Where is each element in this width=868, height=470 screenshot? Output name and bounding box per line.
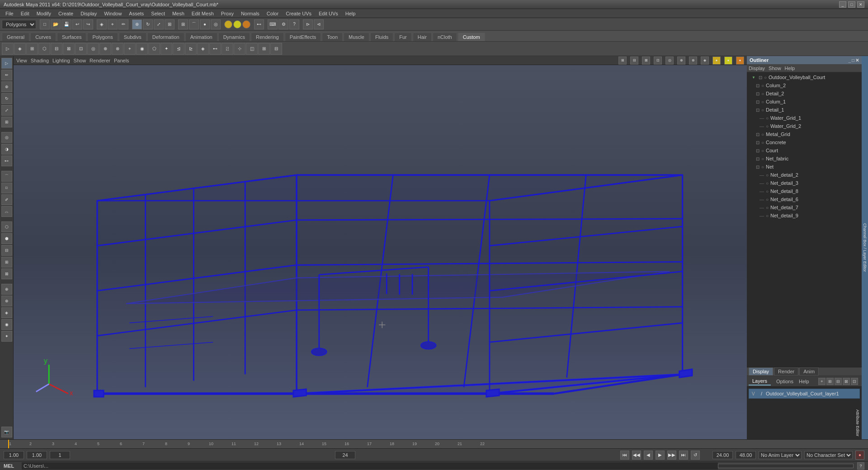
- vp-icon-light3[interactable]: ●: [736, 56, 744, 65]
- shelf-tab-curves[interactable]: Curves: [30, 33, 56, 41]
- menu-edit[interactable]: Edit: [17, 10, 33, 17]
- le-icon-3[interactable]: ⊟: [835, 378, 842, 385]
- rotate-button[interactable]: ↻: [1, 93, 12, 104]
- show-manipulator[interactable]: ⊷: [254, 19, 264, 29]
- shelf-tab-rendering[interactable]: Rendering: [251, 33, 284, 41]
- shelf-tab-custom[interactable]: Custom: [458, 33, 485, 41]
- new-scene-button[interactable]: □: [40, 19, 50, 29]
- shelf-icon-2[interactable]: ◈: [14, 43, 26, 55]
- outliner-item-metalgrid[interactable]: ⊡ ○ Metal_Grid: [747, 130, 862, 138]
- vp-icon-5[interactable]: ◎: [665, 56, 674, 65]
- shelf-icon-18[interactable]: ⊷: [209, 43, 221, 55]
- menu-display[interactable]: Display: [77, 10, 100, 17]
- camera-button[interactable]: 📷: [1, 427, 12, 437]
- step-back-button[interactable]: ◀◀: [632, 451, 641, 460]
- shelf-tab-toon[interactable]: Toon: [322, 33, 343, 41]
- vp-icon-3[interactable]: ⊠: [642, 56, 650, 65]
- outliner-item-watergrid2[interactable]: — ○ Water_Grid_2: [747, 122, 862, 130]
- timeline-ruler[interactable]: 1 2 3 4 5 6 7 8 9 10 11 12 13 14 15 16 1…: [0, 440, 868, 448]
- minimize-button[interactable]: _: [839, 1, 846, 8]
- le-menu-help[interactable]: Help: [799, 379, 809, 384]
- playback-end-display[interactable]: 24.00: [712, 451, 733, 459]
- snap-point[interactable]: ●: [200, 19, 210, 29]
- artisan-button[interactable]: ◈: [1, 307, 12, 318]
- shelf-icon-12[interactable]: ◉: [136, 43, 148, 55]
- playback-current-input[interactable]: 1.00: [27, 451, 47, 459]
- universal-manip-button[interactable]: ⊞: [1, 117, 12, 127]
- vp-icon-light[interactable]: ●: [712, 56, 721, 65]
- shelf-tab-fur[interactable]: Fur: [394, 33, 412, 41]
- vp-menu-lighting[interactable]: Lighting: [52, 58, 70, 63]
- move-tool[interactable]: ⊕: [132, 19, 142, 29]
- shelf-icon-8[interactable]: ◎: [87, 43, 99, 55]
- outliner-item-watergrid1[interactable]: — ○ Water_Grid_1: [747, 114, 862, 122]
- playback-start-input[interactable]: 1.00: [4, 451, 24, 459]
- extrude-button[interactable]: ⊞: [1, 257, 12, 268]
- menu-select[interactable]: Select: [147, 10, 169, 17]
- cluster-button[interactable]: ✦: [1, 331, 12, 342]
- outliner-item-netdetail3[interactable]: — ○ Net_detail_3: [747, 179, 862, 187]
- outliner-item-netdetail2[interactable]: — ○ Net_detail_2: [747, 171, 862, 179]
- shelf-tab-painteffects[interactable]: PaintEffects: [285, 33, 321, 41]
- vp-menu-panels[interactable]: Panels: [114, 58, 129, 63]
- shelf-icon-11[interactable]: ⌖: [124, 43, 136, 55]
- shelf-tab-ncloth[interactable]: nCloth: [433, 33, 457, 41]
- outliner-item-detail2[interactable]: ⊡ ○ Detail_2: [747, 89, 862, 98]
- menu-mesh[interactable]: Mesh: [169, 10, 188, 17]
- outliner-menu-help[interactable]: Help: [785, 66, 795, 71]
- vp-menu-view[interactable]: View: [16, 58, 27, 63]
- play-forward-button[interactable]: ▶: [656, 451, 665, 460]
- select-tool[interactable]: ◈: [97, 19, 107, 29]
- char-set-dropdown[interactable]: No Character Set: [804, 451, 853, 459]
- paint-blend-button[interactable]: ⊗: [1, 296, 12, 306]
- go-to-start-button[interactable]: ⏮: [620, 451, 629, 460]
- bridge-button[interactable]: ⊠: [1, 268, 12, 279]
- menu-proxy[interactable]: Proxy: [217, 10, 237, 17]
- paint-tool[interactable]: ✏: [118, 19, 128, 29]
- extra-tools[interactable]: ⊳: [303, 19, 313, 29]
- shelf-tab-fluids[interactable]: Fluids: [370, 33, 393, 41]
- outliner-minimize[interactable]: _: [848, 58, 851, 63]
- le-icon-2[interactable]: ⊞: [826, 378, 834, 385]
- arc-button[interactable]: ⌓: [1, 206, 12, 217]
- menu-create-uvs[interactable]: Create UVs: [282, 10, 315, 17]
- vp-icon-6[interactable]: ⊕: [677, 56, 685, 65]
- render-view[interactable]: [233, 20, 241, 28]
- shelf-icon-5[interactable]: ⊟: [51, 43, 62, 55]
- shelf-icon-23[interactable]: ⊟: [270, 43, 282, 55]
- menu-assets[interactable]: Assets: [125, 10, 147, 17]
- outliner-item-concrete[interactable]: ⊡ ○ Concrete: [747, 138, 862, 146]
- menu-color[interactable]: Color: [263, 10, 282, 17]
- shelf-tab-general[interactable]: General: [2, 33, 29, 41]
- rs-label-channel[interactable]: Channel Box / Layer Editor: [862, 221, 868, 274]
- shelf-icon-13[interactable]: ⬠: [148, 43, 160, 55]
- outliner-menu-show[interactable]: Show: [769, 66, 781, 71]
- snap-grid[interactable]: ⊞: [178, 19, 188, 29]
- sculpt-button[interactable]: ◑: [1, 144, 12, 155]
- paint-select-button[interactable]: ✏: [1, 70, 12, 80]
- shelf-icon-15[interactable]: ⊴: [173, 43, 184, 55]
- outliner-item-netfabric[interactable]: ⊡ ○ Net_fabric: [747, 155, 862, 163]
- append-poly-button[interactable]: ⬢: [1, 233, 12, 244]
- ipr-render[interactable]: [242, 20, 250, 28]
- menu-help[interactable]: Help: [342, 10, 359, 17]
- shelf-icon-3[interactable]: ⊞: [26, 43, 38, 55]
- menu-normals[interactable]: Normals: [237, 10, 263, 17]
- soft-mod-button[interactable]: ◎: [1, 132, 12, 143]
- scale-button[interactable]: ⤢: [1, 105, 12, 116]
- viewport[interactable]: x y: [14, 65, 747, 439]
- menu-create[interactable]: Create: [55, 10, 77, 17]
- play-back-button[interactable]: ◀: [644, 451, 653, 460]
- layer-row-0[interactable]: V / Outdoor_Volleyball_Court_layer1: [749, 389, 860, 399]
- menu-edit-uvs[interactable]: Edit UVs: [315, 10, 342, 17]
- pencil-button[interactable]: ✐: [1, 194, 12, 205]
- auto-key-button[interactable]: ●: [855, 451, 864, 460]
- undo-button[interactable]: ↩: [72, 19, 82, 29]
- shelf-icon-1[interactable]: ▷: [2, 43, 14, 55]
- loop-button[interactable]: ↺: [691, 451, 700, 460]
- hotkey-editor[interactable]: ⌨: [268, 19, 278, 29]
- vp-icon-2[interactable]: ⊟: [630, 56, 638, 65]
- shelf-icon-22[interactable]: ⊞: [258, 43, 270, 55]
- shelf-tab-deformation[interactable]: Deformation: [147, 33, 184, 41]
- outliner-item-colum1[interactable]: ⊡ ○ Colum_1: [747, 98, 862, 106]
